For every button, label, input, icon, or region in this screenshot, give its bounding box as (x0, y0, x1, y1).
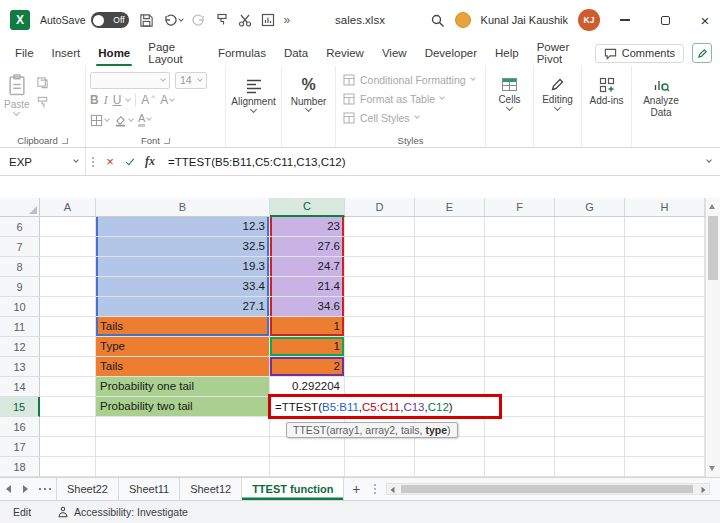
cell-G7[interactable] (555, 237, 625, 257)
cell-H17[interactable] (625, 437, 705, 457)
column-header-F[interactable]: F (485, 198, 555, 217)
cell-B12[interactable]: Type (96, 337, 270, 357)
cell-B17[interactable] (96, 437, 270, 457)
cell-F6[interactable] (485, 217, 555, 237)
cell-A15[interactable] (40, 397, 96, 417)
next-sheet-button[interactable] (17, 478, 34, 500)
row-header-12[interactable]: 12 (0, 337, 40, 357)
cell-C8[interactable]: 24.7 (270, 257, 345, 277)
cell-A14[interactable] (40, 377, 96, 397)
fill-color-button[interactable] (114, 114, 133, 127)
column-header-E[interactable]: E (415, 198, 485, 217)
cell-G15[interactable] (555, 397, 625, 417)
cell-G10[interactable] (555, 297, 625, 317)
copy-button[interactable] (36, 76, 49, 89)
cell-F8[interactable] (485, 257, 555, 277)
cell-A10[interactable] (40, 297, 96, 317)
cell-F11[interactable] (485, 317, 555, 337)
borders-button[interactable] (90, 114, 109, 127)
cell-A11[interactable] (40, 317, 96, 337)
number-format-button[interactable]: % Number (286, 70, 331, 111)
search-button[interactable] (430, 13, 445, 28)
cell-A9[interactable] (40, 277, 96, 297)
drag-handle-icon[interactable] (92, 161, 94, 163)
enter-button[interactable] (120, 159, 140, 165)
scroll-left-icon[interactable] (391, 487, 395, 493)
cell-C11[interactable]: 1 (270, 317, 345, 337)
cell-H15[interactable] (625, 397, 705, 417)
cell-G6[interactable] (555, 217, 625, 237)
cell-C18[interactable] (270, 457, 345, 477)
cell-H7[interactable] (625, 237, 705, 257)
cell-H16[interactable] (625, 417, 705, 437)
cell-F13[interactable] (485, 357, 555, 377)
cell-B6[interactable]: 12.3 (96, 217, 270, 237)
cell-D6[interactable] (345, 217, 415, 237)
ribbon-tab-help[interactable]: Help (486, 40, 528, 66)
comments-button[interactable]: Comments (595, 44, 684, 63)
cell-G13[interactable] (555, 357, 625, 377)
font-size-select[interactable]: 14 (175, 72, 207, 89)
increase-font-button[interactable]: A^ (141, 93, 155, 107)
font-color-button[interactable]: A (138, 113, 151, 128)
cell-G18[interactable] (555, 457, 625, 477)
cell-H10[interactable] (625, 297, 705, 317)
column-header-H[interactable]: H (625, 198, 705, 217)
alignment-button[interactable]: Alignment (230, 70, 277, 112)
column-header-B[interactable]: B (96, 198, 270, 217)
scroll-down-icon[interactable] (709, 466, 715, 471)
cell-F16[interactable] (485, 417, 555, 437)
select-all-corner[interactable] (0, 198, 40, 217)
cell-G16[interactable] (555, 417, 625, 437)
ribbon-tab-power-pivot[interactable]: Power Pivot (528, 40, 595, 66)
cell-B9[interactable]: 33.4 (96, 277, 270, 297)
cell-D7[interactable] (345, 237, 415, 257)
cell-E13[interactable] (415, 357, 485, 377)
row-header-18[interactable]: 18 (0, 457, 40, 477)
row-header-15[interactable]: 15 (0, 397, 40, 417)
cell-A6[interactable] (40, 217, 96, 237)
horizontal-scrollbar[interactable] (386, 483, 710, 495)
cell-F12[interactable] (485, 337, 555, 357)
sheet-tab-sheet12[interactable]: Sheet12 (180, 478, 242, 500)
minimize-button[interactable] (610, 0, 640, 40)
ribbon-tab-file[interactable]: File (6, 40, 43, 66)
cut-button[interactable] (238, 13, 252, 27)
decrease-font-button[interactable]: A (160, 93, 174, 107)
cell-A8[interactable] (40, 257, 96, 277)
cell-G8[interactable] (555, 257, 625, 277)
ribbon-tab-insert[interactable]: Insert (43, 40, 90, 66)
cell-F7[interactable] (485, 237, 555, 257)
cell-F9[interactable] (485, 277, 555, 297)
name-box[interactable]: EXP (0, 148, 86, 175)
vertical-scroll-thumb[interactable] (708, 216, 718, 280)
cell-D12[interactable] (345, 337, 415, 357)
qat-overflow-button[interactable]: » (284, 14, 291, 26)
cell-B10[interactable]: 27.1 (96, 297, 270, 317)
cell-E8[interactable] (415, 257, 485, 277)
cell-B13[interactable]: Tails (96, 357, 270, 377)
cell-E6[interactable] (415, 217, 485, 237)
cell-H11[interactable] (625, 317, 705, 337)
format-painter-small-button[interactable] (36, 96, 49, 109)
cancel-button[interactable]: × (100, 154, 120, 169)
cell-E11[interactable] (415, 317, 485, 337)
cell-F10[interactable] (485, 297, 555, 317)
ribbon-tab-page-layout[interactable]: Page Layout (139, 40, 209, 66)
cell-C13[interactable]: 2 (270, 357, 345, 377)
row-header-11[interactable]: 11 (0, 317, 40, 337)
addins-button[interactable]: Add-ins (586, 70, 627, 107)
paste-button[interactable]: Paste (4, 70, 30, 115)
cell-D11[interactable] (345, 317, 415, 337)
cell-A17[interactable] (40, 437, 96, 457)
scroll-up-icon[interactable] (709, 204, 715, 209)
styles-item-format-as-table[interactable]: Format as Table (340, 89, 481, 108)
analyze-data-button[interactable]: Analyze Data (636, 70, 686, 118)
cell-A7[interactable] (40, 237, 96, 257)
cell-G12[interactable] (555, 337, 625, 357)
column-header-D[interactable]: D (345, 198, 415, 217)
row-header-10[interactable]: 10 (0, 297, 40, 317)
cell-G11[interactable] (555, 317, 625, 337)
accessibility-checker[interactable]: Accessibility: Investigate (57, 506, 188, 518)
cell-D10[interactable] (345, 297, 415, 317)
